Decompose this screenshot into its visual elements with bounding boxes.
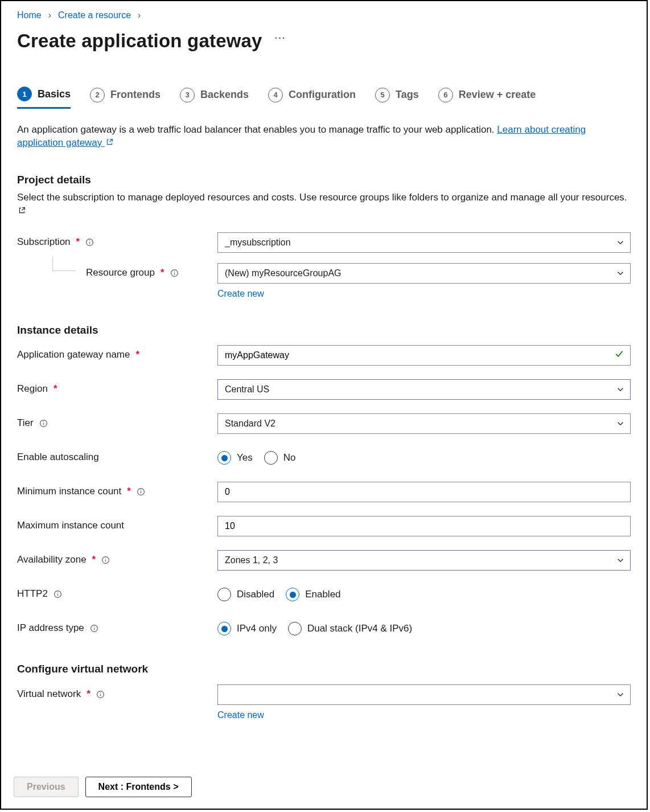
tab-frontends[interactable]: 2 Frontends [90,87,161,109]
step-number: 2 [90,88,105,102]
info-icon[interactable] [137,487,145,496]
subscription-value: _mysubscription [225,236,291,249]
tab-basics[interactable]: 1 Basics [17,87,71,109]
svg-point-5 [43,421,44,422]
max-instance-input[interactable] [225,516,623,536]
breadcrumb-home[interactable]: Home [17,9,42,22]
info-icon[interactable] [101,556,110,564]
tab-backends[interactable]: 3 Backends [180,87,249,109]
tab-review[interactable]: 6 Review + create [438,87,536,109]
tab-label: Tags [396,88,419,101]
radio-autoscale-yes[interactable]: Yes [217,451,253,465]
radio-http2-enabled[interactable]: Enabled [286,588,340,601]
breadcrumb: Home › Create a resource › [17,9,631,22]
label-autoscaling: Enable autoscaling [17,448,217,464]
tier-value: Standard V2 [225,417,275,430]
radio-http2-disabled[interactable]: Disabled [217,588,274,601]
info-icon[interactable] [39,419,48,428]
tab-label: Frontends [110,88,161,101]
tab-label: Backends [200,88,249,101]
step-number: 1 [17,87,32,101]
step-number: 4 [268,88,283,102]
chevron-right-icon: › [48,9,51,22]
info-icon[interactable] [85,238,94,247]
svg-point-7 [141,490,141,490]
radio-autoscale-no[interactable]: No [264,451,296,465]
next-button[interactable]: Next : Frontends > [85,777,192,797]
intro-text: An application gateway is a web traffic … [17,124,631,150]
chevron-down-icon [616,420,624,428]
svg-point-11 [57,592,58,593]
tier-select[interactable]: Standard V2 [217,413,631,434]
svg-point-15 [100,692,101,693]
label-region: Region* [17,379,217,396]
chevron-down-icon [616,239,624,247]
more-actions-icon[interactable]: ··· [275,31,286,44]
step-number: 3 [180,88,195,102]
agw-name-input[interactable] [225,346,610,365]
label-subscription: Subscription* [17,232,217,249]
vnet-select[interactable] [217,684,631,705]
resource-group-select[interactable]: (New) myResourceGroupAG [217,263,631,284]
external-link-icon [18,207,26,214]
section-title-vnet: Configure virtual network [17,662,631,676]
info-icon[interactable] [96,690,105,699]
previous-button: Previous [14,777,79,797]
chevron-down-icon [616,386,624,393]
section-title-project: Project details [17,173,631,187]
label-tier: Tier [17,413,217,430]
label-vnet: Virtual network* [17,684,217,701]
tab-tags[interactable]: 5 Tags [375,87,419,109]
label-ip-type: IP address type [17,618,217,635]
create-new-vnet-link[interactable]: Create new [217,710,264,720]
svg-point-13 [94,626,94,627]
chevron-down-icon [616,556,624,564]
label-max-instance: Maximum instance count [17,516,217,532]
external-link-icon [106,138,113,146]
chevron-right-icon: › [138,9,141,22]
chevron-down-icon [616,691,624,699]
section-title-instance: Instance details [17,323,631,338]
svg-point-9 [105,558,106,559]
min-instance-input[interactable] [225,482,623,502]
info-icon[interactable] [170,269,179,277]
radio-ip-dual[interactable]: Dual stack (IPv4 & IPv6) [288,622,412,635]
step-number: 6 [438,88,453,102]
resource-group-value: (New) myResourceGroupAG [225,267,342,280]
az-value: Zones 1, 2, 3 [225,554,278,567]
label-agw-name: Application gateway name* [17,345,217,362]
subscription-select[interactable]: _mysubscription [217,232,631,253]
tab-label: Basics [38,87,71,101]
agw-name-input-wrapper [217,345,631,366]
tab-label: Review + create [459,88,536,101]
az-select[interactable]: Zones 1, 2, 3 [217,550,631,571]
step-number: 5 [375,88,390,102]
label-az: Availability zone* [17,550,217,567]
section-desc-project: Select the subscription to manage deploy… [17,191,631,219]
tab-label: Configuration [289,88,356,101]
breadcrumb-create-resource[interactable]: Create a resource [58,9,131,22]
svg-point-1 [89,240,90,241]
create-new-rg-link[interactable]: Create new [217,289,264,298]
tab-configuration[interactable]: 4 Configuration [268,87,356,109]
svg-point-3 [174,271,175,272]
radio-ip-v4[interactable]: IPv4 only [217,622,277,635]
info-icon[interactable] [54,590,62,598]
checkmark-icon [614,348,624,359]
wizard-steps: 1 Basics 2 Frontends 3 Backends 4 Config… [17,87,631,109]
page-title: Create application gateway [17,28,262,54]
region-value: Central US [225,383,269,396]
region-select[interactable]: Central US [217,379,631,400]
label-resource-group: Resource group* [17,263,217,280]
tree-line-icon [52,257,76,271]
chevron-down-icon [616,269,624,277]
label-http2: HTTP2 [17,584,217,601]
label-min-instance: Minimum instance count* [17,482,217,498]
info-icon[interactable] [90,624,98,633]
